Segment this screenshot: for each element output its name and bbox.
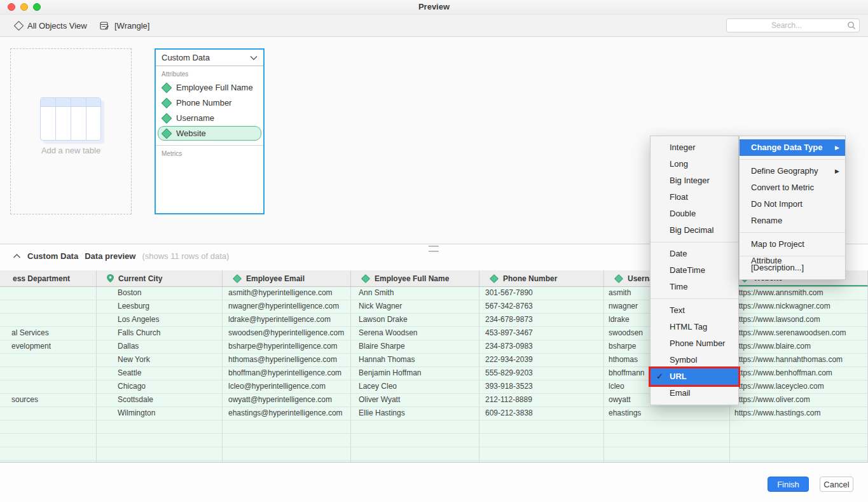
menu-item-do-not-import[interactable]: Do Not Import [740, 196, 845, 213]
table-cell: Wilmington [97, 407, 223, 421]
table-cell [0, 314, 97, 327]
table-cell: 234-678-9873 [479, 314, 604, 327]
table-cell [479, 447, 604, 461]
menu-item-date[interactable]: Date [651, 246, 738, 262]
table-row [0, 421, 868, 434]
search-icon [847, 21, 856, 30]
table-cell: ehastings [604, 407, 730, 421]
menu-item-phone-number[interactable]: Phone Number [651, 335, 738, 352]
attribute-diamond-icon [162, 128, 172, 139]
cancel-button[interactable]: Cancel [820, 477, 853, 492]
attribute-item-username[interactable]: Username [158, 111, 261, 125]
add-new-table-label: Add a new table [11, 146, 131, 155]
table-cell: Ellie Hastings [351, 407, 479, 421]
menu-item-time[interactable]: Time [651, 279, 738, 295]
table-row: Wilmingtonehastings@hyperintelligence.co… [0, 407, 868, 421]
dataset-title: Custom Data [162, 53, 210, 62]
attribute-label: Phone Number [176, 98, 231, 108]
menu-item-big-decimal[interactable]: Big Decimal [651, 222, 738, 239]
menu-item-rename[interactable]: Rename [740, 213, 845, 229]
table-cell: 453-897-3467 [479, 327, 604, 340]
table-cell: 222-934-2039 [479, 354, 604, 367]
menu-item-double[interactable]: Double [651, 206, 738, 222]
table-cell: 609-212-3838 [479, 407, 604, 421]
menu-item-label: URL [670, 372, 687, 381]
column-header-current-city[interactable]: Current City [97, 270, 223, 286]
attribute-item-website[interactable]: Website [158, 126, 261, 141]
table-cell: 301-567-7890 [479, 287, 604, 300]
menu-item-datetime[interactable]: DateTime [651, 262, 738, 279]
chevron-down-icon [250, 55, 258, 60]
table-cell: Falls Church [97, 327, 223, 340]
table-cell: ehastings@hyperintelligence.com [223, 407, 351, 421]
menu-item-html-tag[interactable]: HTML Tag [651, 319, 738, 335]
preview-section-header: Custom Data Data preview (shows 11 rows … [0, 249, 229, 263]
table-cell [0, 407, 97, 421]
table-cell: https://www.oliver.com [730, 394, 868, 407]
attribute-label: Username [176, 113, 214, 123]
search-input[interactable] [726, 18, 860, 32]
wrangle-label: [Wrangle] [114, 21, 149, 31]
menu-item-description[interactable]: [Description...] [740, 260, 845, 276]
table-cell: Blaire Sharpe [351, 340, 479, 354]
column-header-phone-number[interactable]: Phone Number [479, 270, 604, 286]
toolbar: All Objects View [Wrangle] [0, 15, 868, 37]
table-cell [97, 421, 223, 434]
table-cell: Chicago [97, 380, 223, 394]
menu-item-url[interactable]: ✓URL [651, 368, 738, 385]
column-header-employee-full-name[interactable]: Employee Full Name [351, 270, 479, 286]
menu-item-integer[interactable]: Integer [651, 139, 738, 156]
table-cell [604, 447, 730, 461]
menu-item-define-geography[interactable]: Define Geography▶ [740, 163, 845, 179]
menu-item-map-to-project-attribute[interactable]: Map to Project Attribute [740, 236, 845, 253]
table-cell [479, 434, 604, 447]
checkmark-icon: ✓ [656, 368, 666, 385]
menu-item-float[interactable]: Float [651, 189, 738, 206]
table-cell [0, 421, 97, 434]
all-objects-view-button[interactable]: All Objects View [15, 15, 87, 36]
attributes-section-label: Attributes [156, 66, 263, 80]
menu-item-label: Text [670, 305, 685, 315]
table-cell: 567-342-8763 [479, 300, 604, 314]
column-header-label: Phone Number [503, 274, 557, 283]
column-header-ess-department[interactable]: ess Department [0, 270, 97, 286]
add-new-table-button[interactable]: Add a new table [10, 48, 132, 214]
menu-item-text[interactable]: Text [651, 302, 738, 319]
menu-item-convert-to-metric[interactable]: Convert to Metric [740, 179, 845, 196]
table-cell [351, 421, 479, 434]
menu-item-email[interactable]: Email [651, 385, 738, 401]
menu-item-label: Date [670, 249, 687, 258]
attribute-diamond-icon [233, 274, 242, 282]
table-row [0, 461, 868, 463]
finish-button[interactable]: Finish [768, 477, 809, 492]
metrics-section-label: Metrics [156, 146, 263, 159]
table-cell: sources [0, 394, 97, 407]
all-objects-view-label: All Objects View [27, 21, 87, 31]
menu-item-change-data-type[interactable]: Change Data Type▶ [740, 139, 845, 156]
attribute-item-employee-full-name[interactable]: Employee Full Name [158, 80, 261, 95]
table-cell: al Services [0, 327, 97, 340]
table-cell: New York [97, 354, 223, 367]
wrangle-button[interactable]: [Wrangle] [100, 15, 149, 36]
menu-item-label: Do Not Import [751, 199, 803, 209]
table-cell: https://www.hastings.com [730, 407, 868, 421]
dataset-dropdown[interactable]: Custom Data [156, 50, 263, 66]
attribute-item-phone-number[interactable]: Phone Number [158, 95, 261, 110]
menu-item-long[interactable]: Long [651, 156, 738, 172]
menu-item-label: Big Integer [670, 176, 710, 185]
collapse-chevron-icon[interactable] [13, 253, 21, 259]
menu-item-big-integer[interactable]: Big Integer [651, 172, 738, 189]
column-header-employee-email[interactable]: Employee Email [223, 270, 351, 286]
attribute-label: Website [176, 129, 206, 138]
table-cell [730, 421, 868, 434]
table-cell: bsharpe@hyperintelligence.com [223, 340, 351, 354]
column-header-label: Employee Email [246, 274, 305, 283]
menu-item-symbol[interactable]: Symbol [651, 352, 738, 368]
column-header-label: Current City [118, 274, 162, 283]
splitter-grip[interactable] [429, 246, 439, 252]
table-cell: Oliver Wyatt [351, 394, 479, 407]
submenu-arrow-icon: ▶ [835, 163, 839, 179]
menu-item-label: Email [670, 388, 691, 398]
custom-data-panel: Custom Data Attributes Employee Full Nam… [155, 48, 265, 214]
table-cell: https://www.nickwagner.com [730, 300, 868, 314]
